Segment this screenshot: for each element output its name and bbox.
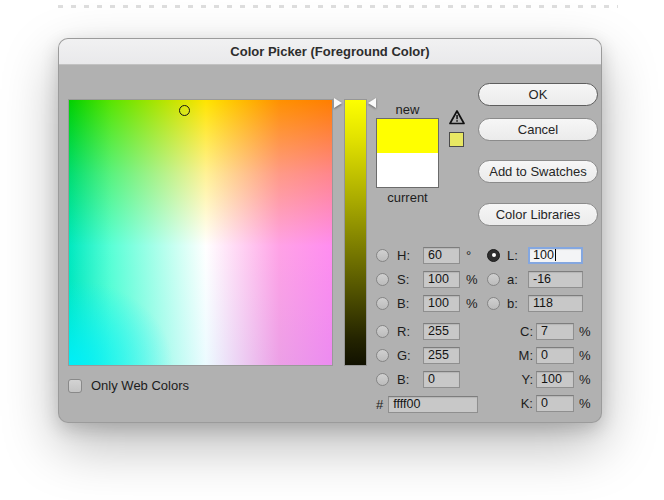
color-picker-dialog: Color Picker (Foreground Color) new curr… xyxy=(58,38,602,423)
radio-blue[interactable] xyxy=(376,373,389,386)
label-y: Y: xyxy=(506,372,533,387)
only-web-colors-row: Only Web Colors xyxy=(68,378,189,393)
row-green: G: 255 xyxy=(376,346,460,364)
cancel-button[interactable]: Cancel xyxy=(478,118,598,141)
current-color-swatch[interactable] xyxy=(377,153,438,187)
m-unit: % xyxy=(579,348,591,363)
label-r: R: xyxy=(397,324,423,339)
label-s: S: xyxy=(397,272,423,287)
h-unit: ° xyxy=(466,248,471,263)
label-l: L: xyxy=(507,248,528,263)
a-input[interactable]: -16 xyxy=(528,271,583,288)
radio-l[interactable] xyxy=(487,249,500,262)
slider-handle-left-arrow[interactable] xyxy=(334,98,342,108)
radio-g[interactable] xyxy=(376,349,389,362)
k-input[interactable]: 0 xyxy=(536,395,574,412)
y-input[interactable]: 100 xyxy=(536,371,574,388)
row-saturation: S: 100 % xyxy=(376,270,478,288)
slider-handle-right-arrow[interactable] xyxy=(368,98,376,108)
in-gamut-color-swatch[interactable] xyxy=(449,132,464,147)
row-red: R: 255 xyxy=(376,322,460,340)
l-input[interactable]: 100 xyxy=(528,247,583,264)
radio-b-lab[interactable] xyxy=(487,297,500,310)
row-black: K: 0 % xyxy=(506,394,591,412)
m-input[interactable]: 0 xyxy=(536,347,574,364)
row-hex: # ffff00 xyxy=(376,395,478,413)
label-blue: B: xyxy=(397,372,423,387)
row-brightness: B: 100 % xyxy=(376,294,478,312)
y-unit: % xyxy=(579,372,591,387)
label-k: K: xyxy=(506,396,533,411)
row-yellow: Y: 100 % xyxy=(506,370,591,388)
label-a: a: xyxy=(507,272,528,287)
b-lab-input[interactable]: 118 xyxy=(528,295,583,312)
s-input[interactable]: 100 xyxy=(423,271,460,288)
dialog-title: Color Picker (Foreground Color) xyxy=(230,44,429,59)
only-web-colors-label: Only Web Colors xyxy=(91,378,189,393)
color-field-marker[interactable] xyxy=(179,105,190,116)
l-value: 100 xyxy=(533,248,554,262)
color-libraries-button[interactable]: Color Libraries xyxy=(478,203,598,226)
k-unit: % xyxy=(579,396,591,411)
gamut-warning-icon[interactable] xyxy=(449,110,465,125)
radio-s[interactable] xyxy=(376,273,389,286)
c-unit: % xyxy=(579,324,591,339)
new-color-label: new xyxy=(376,102,439,117)
current-color-label: current xyxy=(376,190,439,205)
text-caret xyxy=(555,249,556,261)
color-preview-swatch xyxy=(376,118,439,188)
hex-prefix: # xyxy=(376,397,383,412)
label-c: C: xyxy=(506,324,533,339)
row-b-lab: b: 118 xyxy=(487,294,583,312)
row-magenta: M: 0 % xyxy=(506,346,591,364)
ok-button[interactable]: OK xyxy=(478,83,598,106)
color-field[interactable] xyxy=(68,99,333,366)
c-input[interactable]: 7 xyxy=(536,323,574,340)
new-color-swatch xyxy=(377,119,438,153)
label-h: H: xyxy=(397,248,423,263)
b-input[interactable]: 100 xyxy=(423,295,460,312)
row-cyan: C: 7 % xyxy=(506,322,591,340)
row-blue: B: 0 xyxy=(376,370,460,388)
row-lightness: L: 100 xyxy=(487,246,583,264)
add-to-swatches-button[interactable]: Add to Swatches xyxy=(478,160,598,183)
label-b: B: xyxy=(397,296,423,311)
label-b-lab: b: xyxy=(507,296,528,311)
r-input[interactable]: 255 xyxy=(423,323,460,340)
row-a: a: -16 xyxy=(487,270,583,288)
h-input[interactable]: 60 xyxy=(423,247,460,264)
radio-h[interactable] xyxy=(376,249,389,262)
only-web-colors-checkbox[interactable] xyxy=(68,379,82,393)
s-unit: % xyxy=(466,272,478,287)
row-hue: H: 60 ° xyxy=(376,246,471,264)
hex-input[interactable]: ffff00 xyxy=(388,396,478,413)
dialog-titlebar: Color Picker (Foreground Color) xyxy=(59,39,601,65)
radio-r[interactable] xyxy=(376,325,389,338)
label-g: G: xyxy=(397,348,423,363)
g-input[interactable]: 255 xyxy=(423,347,460,364)
lightness-slider[interactable] xyxy=(344,99,367,366)
radio-b[interactable] xyxy=(376,297,389,310)
b-unit: % xyxy=(466,296,478,311)
page-edge-dashes xyxy=(58,5,618,8)
label-m: M: xyxy=(506,348,533,363)
radio-a[interactable] xyxy=(487,273,500,286)
blue-input[interactable]: 0 xyxy=(423,371,460,388)
